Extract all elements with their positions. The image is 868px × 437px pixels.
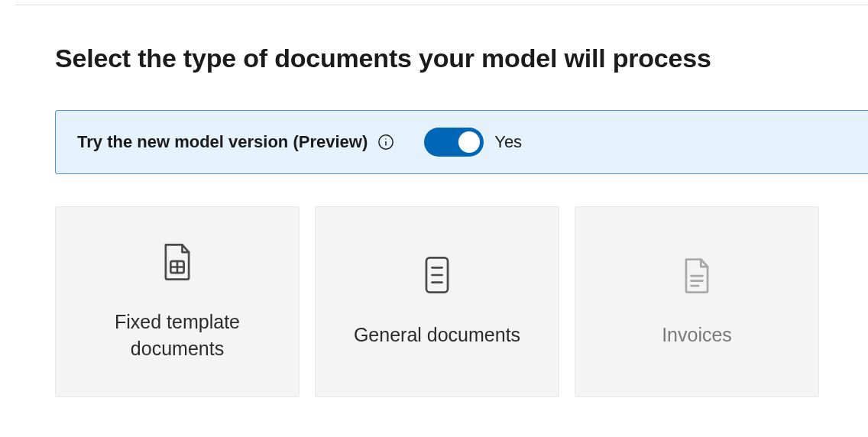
- card-invoices[interactable]: Invoices: [575, 206, 819, 397]
- page-title: Select the type of documents your model …: [55, 44, 868, 73]
- preview-banner: Try the new model version (Preview) Yes: [55, 110, 868, 174]
- card-general-documents[interactable]: General documents: [315, 206, 559, 397]
- card-label: General documents: [354, 322, 520, 349]
- invoice-icon: [680, 254, 714, 296]
- preview-toggle[interactable]: [424, 128, 484, 157]
- card-label: Fixed template documents: [71, 309, 283, 363]
- card-fixed-template-documents[interactable]: Fixed template documents: [55, 206, 300, 397]
- svg-point-1: [386, 138, 387, 139]
- card-label: Invoices: [662, 322, 732, 349]
- preview-toggle-value: Yes: [494, 132, 522, 152]
- info-icon[interactable]: [377, 133, 395, 151]
- document-template-icon: [160, 241, 194, 283]
- preview-label: Try the new model version (Preview): [77, 132, 368, 152]
- document-lines-icon: [420, 254, 454, 296]
- document-type-cards: Fixed template documents General documen…: [55, 206, 868, 397]
